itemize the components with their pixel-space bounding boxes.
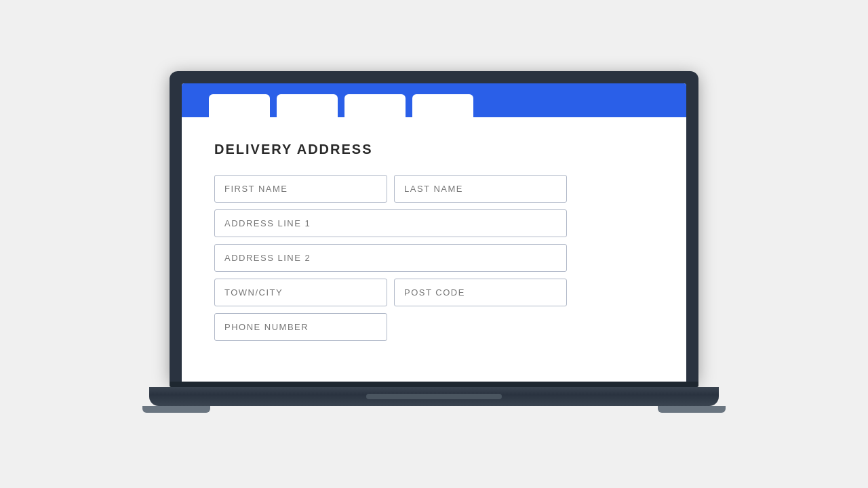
town-postcode-row	[214, 279, 567, 306]
page-content: DELIVERY ADDRESS	[182, 117, 686, 382]
laptop-hinge	[170, 382, 698, 387]
name-row	[214, 175, 567, 203]
browser-tab-1[interactable]	[209, 94, 270, 117]
laptop-foot-right	[658, 406, 726, 413]
browser-bar	[182, 83, 686, 117]
last-name-input[interactable]	[394, 175, 567, 203]
phone-row	[214, 313, 567, 341]
address-line-2-row	[214, 244, 567, 272]
laptop-base	[149, 387, 719, 406]
screen-area: DELIVERY ADDRESS	[182, 83, 686, 382]
post-code-input[interactable]	[394, 279, 567, 306]
address-line-1-row	[214, 209, 567, 237]
laptop: DELIVERY ADDRESS	[149, 71, 719, 417]
phone-number-input[interactable]	[214, 313, 387, 341]
town-city-input[interactable]	[214, 279, 387, 306]
laptop-foot-left	[142, 406, 210, 413]
browser-tab-4[interactable]	[412, 94, 473, 117]
laptop-feet	[129, 406, 739, 417]
address-line-1-input[interactable]	[214, 209, 567, 237]
delivery-address-form	[214, 175, 567, 341]
screen-bezel: DELIVERY ADDRESS	[170, 71, 698, 382]
page-title: DELIVERY ADDRESS	[214, 142, 654, 157]
browser-tab-2[interactable]	[277, 94, 338, 117]
first-name-input[interactable]	[214, 175, 387, 203]
scene: DELIVERY ADDRESS	[0, 0, 868, 488]
address-line-2-input[interactable]	[214, 244, 567, 272]
browser-tab-3[interactable]	[344, 94, 406, 117]
